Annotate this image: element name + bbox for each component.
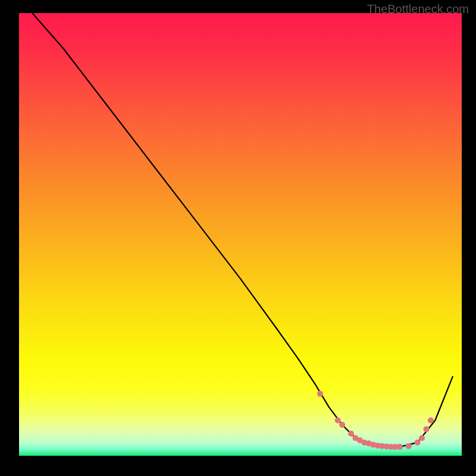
svg-point-1 [317,391,323,397]
svg-point-16 [406,443,412,449]
chart-container: TheBottleneck.com [0,0,476,476]
svg-point-4 [348,431,354,437]
svg-point-18 [419,435,425,441]
plot-area [19,13,462,456]
svg-point-17 [415,440,421,446]
svg-point-15 [397,444,403,450]
svg-point-19 [423,426,429,432]
svg-point-2 [335,417,341,423]
svg-rect-0 [19,13,462,456]
chart-svg [19,13,462,456]
svg-point-3 [339,422,345,428]
svg-point-20 [428,417,434,423]
watermark-text: TheBottleneck.com [367,2,469,16]
